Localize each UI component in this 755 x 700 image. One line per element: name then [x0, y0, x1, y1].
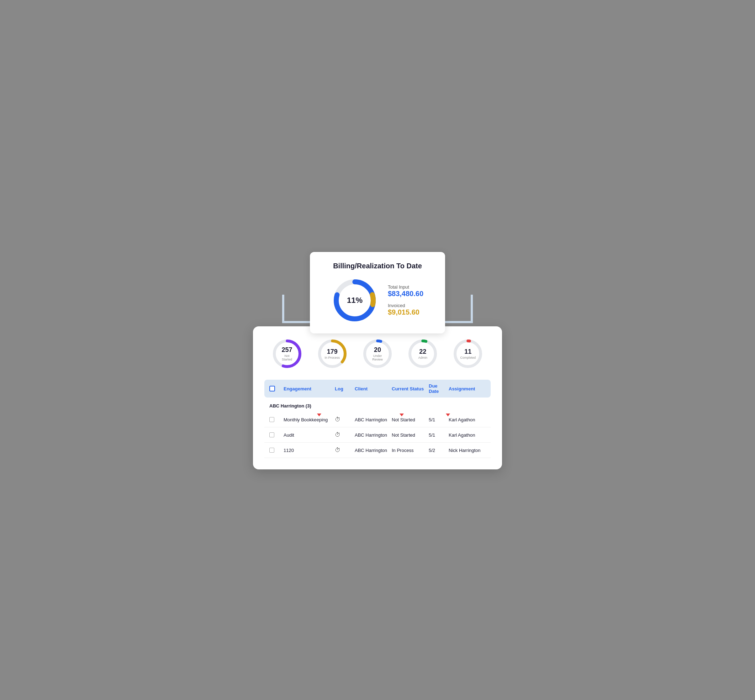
mini-donut-3: 22 Admin	[407, 338, 439, 370]
client-name: ABC Harrington	[355, 417, 392, 422]
due-date: 5/1	[429, 432, 449, 438]
red-arrow-status	[399, 414, 404, 416]
engagement-name: 1120	[284, 448, 335, 453]
billing-title: Billing/Realization To Date	[333, 262, 422, 270]
header-log: Log	[335, 386, 355, 391]
table-body: Monthly Bookkeeping ⏱ ABC Harrington Not…	[264, 412, 491, 458]
due-date: 5/2	[429, 448, 449, 453]
invoiced-value: $9,015.60	[388, 308, 423, 316]
mini-donut-num-2: 20	[369, 346, 385, 354]
row-checkbox-cell[interactable]	[269, 432, 284, 438]
mini-donut-label-1: 179 In Process	[325, 348, 340, 359]
total-input-label: Total Input	[388, 284, 423, 290]
stat-admin: 22 Admin	[407, 338, 439, 370]
engagement-name: Monthly Bookkeeping	[284, 417, 335, 422]
group-label: ABC Harrington (3)	[264, 400, 491, 411]
mini-donut-text-0: Not Started	[279, 354, 295, 361]
mini-donut-4: 11 Completed	[452, 338, 484, 370]
mini-donut-num-3: 22	[418, 348, 427, 356]
table-header: Engagement Log Client Current Status Due…	[264, 380, 491, 397]
client-name: ABC Harrington	[355, 432, 392, 438]
log-clock-icon[interactable]: ⏱	[335, 447, 355, 453]
assignment: Karl Agathon	[449, 432, 486, 438]
stat-not-started: 257 Not Started	[271, 338, 303, 370]
header-checkbox-cell[interactable]	[269, 386, 284, 391]
assignment: Karl Agathon	[449, 417, 486, 422]
main-panel: 257 Not Started 179 In Process 20 Under …	[253, 327, 502, 469]
total-input-group: Total Input $83,480.60	[388, 284, 423, 298]
table-container: Engagement Log Client Current Status Due…	[264, 380, 491, 458]
mini-donut-label-3: 22 Admin	[418, 348, 427, 359]
billing-donut: 11%	[332, 277, 378, 323]
log-clock-icon[interactable]: ⏱	[335, 416, 355, 423]
stats-row: 257 Not Started 179 In Process 20 Under …	[264, 338, 491, 370]
billing-content: 11% Total Input $83,480.60 Invoiced $9,0…	[332, 277, 423, 323]
mini-donut-text-3: Admin	[418, 356, 427, 359]
table-row[interactable]: 1120 ⏱ ABC Harrington In Process 5/2 Nic…	[264, 443, 491, 458]
red-arrow-log	[317, 414, 321, 416]
mini-donut-num-0: 257	[279, 346, 295, 354]
mini-donut-text-2: Under Review	[369, 354, 385, 361]
mini-donut-label-0: 257 Not Started	[279, 346, 295, 361]
mini-donut-text-4: Completed	[460, 356, 476, 359]
row-checkbox[interactable]	[269, 417, 274, 422]
billing-percent: 11%	[347, 296, 363, 305]
status-text: Not Started	[392, 432, 429, 438]
billing-stats: Total Input $83,480.60 Invoiced $9,015.6…	[388, 284, 423, 316]
stat-completed: 11 Completed	[452, 338, 484, 370]
due-date: 5/1	[429, 417, 449, 422]
status-text: In Process	[392, 448, 429, 453]
client-name: ABC Harrington	[355, 448, 392, 453]
header-checkbox[interactable]	[269, 386, 275, 391]
total-input-value: $83,480.60	[388, 290, 423, 298]
mini-donut-2: 20 Under Review	[362, 338, 393, 370]
row-checkbox-cell[interactable]	[269, 448, 284, 453]
status-text: Not Started	[392, 417, 429, 422]
mini-donut-label-2: 20 Under Review	[369, 346, 385, 361]
row-checkbox[interactable]	[269, 448, 274, 453]
header-current-status: Current Status	[392, 386, 429, 391]
mini-donut-1: 179 In Process	[316, 338, 348, 370]
engagement-name: Audit	[284, 432, 335, 438]
header-assignment: Assignment	[449, 386, 486, 391]
header-due-date: Due Date	[429, 383, 449, 394]
assignment: Nick Harrington	[449, 448, 486, 453]
log-clock-icon[interactable]: ⏱	[335, 432, 355, 438]
stat-in-process: 179 In Process	[316, 338, 348, 370]
header-client: Client	[355, 386, 392, 391]
mini-donut-label-4: 11 Completed	[460, 348, 476, 359]
table-row[interactable]: Audit ⏱ ABC Harrington Not Started 5/1 K…	[264, 427, 491, 443]
mini-donut-0: 257 Not Started	[271, 338, 303, 370]
mini-donut-num-4: 11	[460, 348, 476, 356]
invoiced-group: Invoiced $9,015.60	[388, 303, 423, 316]
header-engagement: Engagement	[284, 386, 335, 391]
mini-donut-text-1: In Process	[325, 356, 340, 359]
stat-under-review: 20 Under Review	[362, 338, 393, 370]
row-checkbox-cell[interactable]	[269, 417, 284, 422]
red-arrow-due	[446, 414, 450, 416]
table-row[interactable]: Monthly Bookkeeping ⏱ ABC Harrington Not…	[264, 412, 491, 427]
billing-card: Billing/Realization To Date 11% Total In…	[310, 252, 445, 333]
invoiced-label: Invoiced	[388, 303, 423, 308]
mini-donut-num-1: 179	[325, 348, 340, 356]
row-checkbox[interactable]	[269, 432, 274, 438]
